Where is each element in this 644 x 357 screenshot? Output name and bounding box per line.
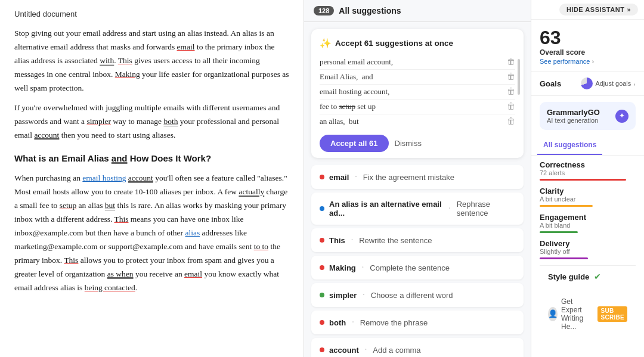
trash-icon-3[interactable]: 🗑 <box>507 87 515 97</box>
trash-icon-2[interactable]: 🗑 <box>507 72 515 82</box>
section-heading: What is an Email Alias and How Does It W… <box>14 151 289 166</box>
subscribe-badge: SUBSCRIBE <box>597 306 627 322</box>
chevron-right-icon-3: › <box>633 80 636 87</box>
dot-green-icon <box>320 293 324 297</box>
metric-name-delivery: Delivery <box>540 239 636 248</box>
highlight-email: email <box>177 42 195 51</box>
dot-red-icon-5 <box>320 347 324 352</box>
goals-section[interactable]: Goals Adjust goals › <box>531 72 644 96</box>
document-body: Stop giving out your email address and s… <box>14 27 289 294</box>
highlight-this2: This <box>114 215 128 223</box>
trash-icon-4[interactable]: 🗑 <box>507 102 515 111</box>
trash-icon-5[interactable]: 🗑 <box>507 117 515 126</box>
adjust-goals-link: Adjust goals <box>595 80 631 87</box>
dot-red-icon-3 <box>320 265 324 270</box>
goals-label: Goals <box>540 79 561 88</box>
document-panel: Untitled document Stop giving out your e… <box>0 0 304 357</box>
score-section: 63 Overall score See performance › <box>531 20 644 72</box>
metric-sub-delivery: Slightly off <box>540 248 636 255</box>
metric-delivery: Delivery Slightly off <box>540 239 636 259</box>
suggestion-item-both[interactable]: both · Remove the phrase <box>311 311 524 334</box>
grammarly-go-icon: ✦ <box>615 110 628 123</box>
scroll-indicator <box>518 59 520 95</box>
trash-icon-1[interactable]: 🗑 <box>507 57 515 67</box>
suggestion-item-simpler[interactable]: simpler · Choose a different word <box>311 283 524 307</box>
suggestions-header: 128 All suggestions <box>304 0 531 22</box>
hide-assistant-button[interactable]: HIDE ASSISTANT » <box>559 4 638 15</box>
accept-list-item: fee to setup set up 🗑 <box>320 100 515 114</box>
link-email-hosting[interactable]: email hosting <box>82 173 126 182</box>
highlight-email2: email <box>184 269 202 278</box>
style-guide-label: Style guide <box>548 272 589 281</box>
suggestion-item-making[interactable]: Making · Complete the sentence <box>311 256 524 280</box>
highlight-but: but <box>105 201 115 210</box>
writing-help-row[interactable]: 👤 Get Expert Writing He... SUBSCRIBE <box>540 294 636 336</box>
dot-blue-icon <box>320 206 324 211</box>
person-icon: 👤 <box>548 307 558 321</box>
suggestion-item-alias[interactable]: An alias is an alternative email ad... ·… <box>311 193 524 225</box>
highlight-simpler: simpler <box>86 117 111 126</box>
highlight-with: with <box>100 56 114 65</box>
accept-list-item: Email Alias, and 🗑 <box>320 70 515 85</box>
accept-box-title: Accept 61 suggestions at once <box>335 39 453 48</box>
paragraph-1: Stop giving out your email address and s… <box>14 27 289 95</box>
metric-bar-engagement <box>540 231 578 233</box>
accept-list-item: an alias, but 🗑 <box>320 114 515 129</box>
suggestions-list: email · Fix the agreement mistake An ali… <box>304 165 531 357</box>
suggestion-item-account[interactable]: account · Add a comma <box>311 338 524 357</box>
dot-red-icon-4 <box>320 320 324 325</box>
document-title: Untitled document <box>14 10 289 18</box>
accept-box-header: ✨ Accept 61 suggestions at once <box>320 38 515 49</box>
tab-all-suggestions[interactable]: All suggestions <box>537 136 602 155</box>
accept-list: personal email account, 🗑 Email Alias, a… <box>320 55 515 129</box>
suggestion-item-this[interactable]: This · Rewrite the sentence <box>311 228 524 252</box>
dot-red-icon-2 <box>320 238 324 243</box>
suggestion-item-email[interactable]: email · Fix the agreement mistake <box>311 165 524 189</box>
paragraph-2: If you're overwhelmed with juggling mult… <box>14 101 289 142</box>
hide-assistant-bar: HIDE ASSISTANT » <box>531 0 644 20</box>
accept-list-item: personal email account, 🗑 <box>320 55 515 70</box>
highlight-actually: actually <box>239 187 264 196</box>
accept-buttons: Accept all 61 Dismiss <box>320 135 515 152</box>
dismiss-button[interactable]: Dismiss <box>395 139 422 148</box>
chevron-right-icon-2: › <box>592 58 594 65</box>
see-performance-link[interactable]: See performance › <box>540 58 636 65</box>
checkmark-icon: ✔ <box>594 272 601 282</box>
highlight-this: This <box>118 56 132 65</box>
highlight-account: account <box>34 131 59 139</box>
accept-box: ✨ Accept 61 suggestions at once personal… <box>311 29 524 158</box>
highlight-making: Making <box>115 70 140 79</box>
go-sub: AI text generation <box>547 117 600 124</box>
dot-red-icon <box>320 175 324 179</box>
paragraph-3: When purchasing an email hosting account… <box>14 172 289 294</box>
writing-help-text: Get Expert Writing He... <box>561 297 594 331</box>
metric-correctness: Correctness 72 alerts <box>540 160 636 181</box>
accept-all-button[interactable]: Accept all 61 <box>320 135 389 152</box>
goals-right: Adjust goals › <box>581 77 636 89</box>
suggestions-panel: 128 All suggestions ✨ Accept 61 suggesti… <box>304 0 531 357</box>
sparkle-icon: ✨ <box>320 38 332 49</box>
metrics-list: Correctness 72 alerts Clarity A bit uncl… <box>531 156 644 357</box>
metric-name-correctness: Correctness <box>540 160 636 169</box>
link-alias[interactable]: alias <box>185 228 200 237</box>
highlight-beingcontacted: being contacted <box>85 283 135 292</box>
score-label: Overall score <box>540 48 636 57</box>
metric-sub-engagement: A bit bland <box>540 222 636 229</box>
go-label: GrammarlyGO <box>547 108 600 117</box>
metric-name-engagement: Engagement <box>540 213 636 222</box>
right-panel: HIDE ASSISTANT » 63 Overall score See pe… <box>531 0 644 357</box>
style-guide-section: Style guide ✔ <box>540 265 636 288</box>
highlight-toto: to to <box>254 242 268 251</box>
chevron-right-icon: » <box>627 6 631 13</box>
highlight-aswhen: as when <box>107 269 134 278</box>
metric-sub-correctness: 72 alerts <box>540 169 636 176</box>
metric-bar-clarity <box>540 205 593 207</box>
metric-clarity: Clarity A bit unclear <box>540 187 636 207</box>
grammarly-go-section[interactable]: GrammarlyGO AI text generation ✦ <box>540 102 636 130</box>
goals-progress-icon <box>581 77 593 89</box>
metric-bar-delivery <box>540 257 588 259</box>
metric-bar-correctness <box>540 179 626 181</box>
metric-name-clarity: Clarity <box>540 187 636 195</box>
highlight-setup: setup <box>60 201 77 210</box>
suggestions-title: All suggestions <box>339 6 401 15</box>
